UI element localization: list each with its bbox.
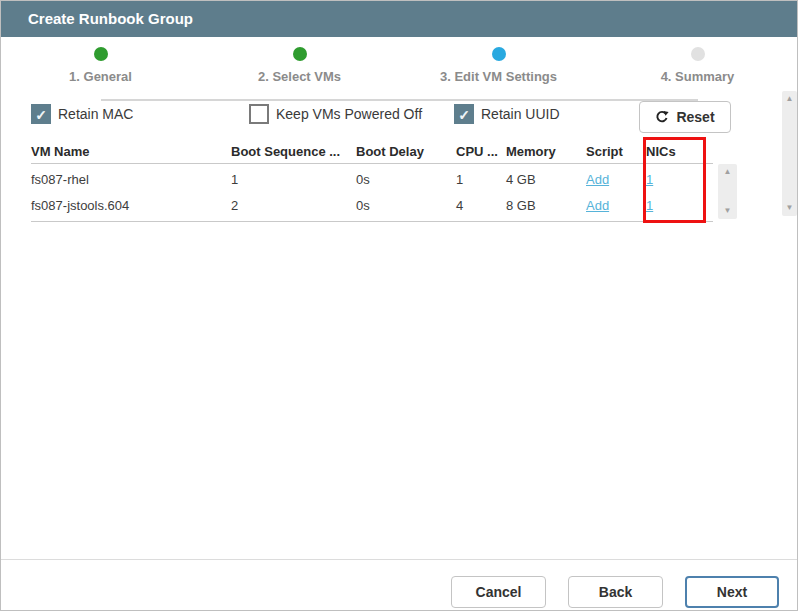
step-complete-dot-icon [94, 47, 108, 61]
dialog-title: Create Runbook Group [28, 10, 193, 27]
dialog-titlebar: Create Runbook Group [1, 1, 797, 37]
wizard-steps: 1. General 2. Select VMs 3. Edit VM Sett… [1, 47, 797, 84]
check-icon: ✓ [35, 107, 47, 123]
step-summary[interactable]: 4. Summary [598, 47, 797, 84]
keep-vms-powered-off-label: Keep VMs Powered Off [276, 104, 422, 124]
column-header-boot-sequence[interactable]: Boot Sequence ... [231, 143, 356, 163]
step-label: 1. General [69, 69, 132, 84]
boot-sequence-cell: 1 [231, 167, 356, 193]
step-select-vms[interactable]: 2. Select VMs [200, 47, 399, 84]
table-row: fs087-rhel 1 0s 1 4 GB Add 1 [31, 167, 713, 193]
vm-name-cell: fs087-jstools.604 [31, 193, 231, 219]
column-header-vm-name[interactable]: VM Name [31, 143, 231, 163]
table-scrollbar[interactable]: ▲ ▼ [718, 164, 737, 219]
column-header-memory[interactable]: Memory [506, 143, 586, 163]
boot-delay-cell: 0s [356, 193, 456, 219]
table-body: fs087-rhel 1 0s 1 4 GB Add 1 fs087-jstoo… [31, 164, 713, 222]
step-complete-dot-icon [293, 47, 307, 61]
step-edit-vm-settings[interactable]: 3. Edit VM Settings [399, 47, 598, 84]
scroll-down-icon[interactable]: ▼ [786, 203, 794, 213]
step-active-dot-icon [492, 47, 506, 61]
script-cell: Add [586, 167, 646, 193]
memory-cell: 4 GB [506, 167, 586, 193]
column-header-script[interactable]: Script [586, 143, 646, 163]
nics-cell: 1 [646, 167, 713, 193]
reset-button-label: Reset [676, 109, 714, 125]
retain-mac-label: Retain MAC [58, 104, 133, 124]
cancel-button[interactable]: Cancel [451, 576, 546, 608]
retain-mac-checkbox[interactable]: ✓ [31, 104, 51, 124]
next-button[interactable]: Next [685, 576, 779, 608]
nics-cell: 1 [646, 193, 713, 219]
refresh-icon [655, 110, 669, 124]
scroll-down-icon[interactable]: ▼ [724, 206, 732, 216]
nics-count-link[interactable]: 1 [646, 172, 653, 187]
column-header-cpu[interactable]: CPU ... [456, 143, 506, 163]
step-label: 4. Summary [661, 69, 735, 84]
back-button[interactable]: Back [568, 576, 663, 608]
reset-button[interactable]: Reset [639, 101, 731, 133]
boot-sequence-cell: 2 [231, 193, 356, 219]
table-row: fs087-jstools.604 2 0s 4 8 GB Add 1 [31, 193, 713, 219]
column-header-nics[interactable]: NICs [646, 143, 713, 163]
scroll-up-icon[interactable]: ▲ [786, 94, 794, 104]
dialog-scrollbar[interactable]: ▲ ▼ [782, 91, 797, 216]
cpu-cell: 4 [456, 193, 506, 219]
retain-uuid-label: Retain UUID [481, 104, 560, 124]
nics-count-link[interactable]: 1 [646, 198, 653, 213]
script-add-link[interactable]: Add [586, 198, 609, 213]
stepper-connector-line [101, 99, 698, 101]
check-icon: ✓ [458, 107, 470, 123]
retain-uuid-checkbox[interactable]: ✓ [454, 104, 474, 124]
footer-divider [1, 559, 797, 560]
step-label: 2. Select VMs [258, 69, 341, 84]
script-add-link[interactable]: Add [586, 172, 609, 187]
scroll-up-icon[interactable]: ▲ [724, 167, 732, 177]
memory-cell: 8 GB [506, 193, 586, 219]
keep-vms-powered-off-checkbox[interactable] [249, 104, 269, 124]
boot-delay-cell: 0s [356, 167, 456, 193]
script-cell: Add [586, 193, 646, 219]
step-general[interactable]: 1. General [1, 47, 200, 84]
table-header-row: VM Name Boot Sequence ... Boot Delay CPU… [31, 143, 713, 164]
vm-settings-table: VM Name Boot Sequence ... Boot Delay CPU… [31, 143, 713, 222]
cpu-cell: 1 [456, 167, 506, 193]
step-label: 3. Edit VM Settings [440, 69, 557, 84]
column-header-boot-delay[interactable]: Boot Delay [356, 143, 456, 163]
step-upcoming-dot-icon [691, 47, 705, 61]
create-runbook-group-dialog: Create Runbook Group 1. General 2. Selec… [0, 0, 798, 611]
vm-name-cell: fs087-rhel [31, 167, 231, 193]
